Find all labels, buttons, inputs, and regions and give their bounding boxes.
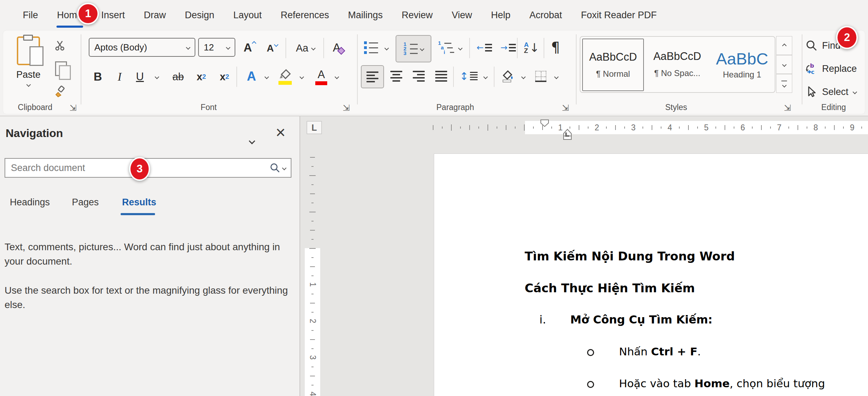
chevron-down-icon — [483, 75, 488, 79]
ruler-tick — [310, 193, 315, 194]
tab-design[interactable]: Design — [175, 0, 224, 30]
paragraph-dialog-launcher[interactable]: ⇲ — [562, 103, 569, 113]
tab-layout[interactable]: Layout — [224, 0, 271, 30]
ruler-tick — [752, 127, 753, 129]
navigation-close-button[interactable]: × — [276, 124, 285, 141]
clipboard-group-label: Clipboard — [11, 103, 60, 112]
grow-font-button[interactable]: A — [239, 38, 260, 57]
nav-tab-results[interactable]: Results — [122, 197, 156, 208]
style-no-spacing[interactable]: AaBbCcD ¶ No Spac... — [646, 39, 708, 90]
text-effects-button[interactable]: A — [241, 67, 262, 86]
chevron-down-icon — [420, 47, 424, 51]
tab-review[interactable]: Review — [392, 0, 442, 30]
ruler-tick — [309, 248, 316, 249]
font-color-dropdown[interactable] — [332, 71, 342, 82]
tab-selector[interactable]: L — [307, 121, 322, 134]
pilcrow-icon: ¶ — [551, 39, 560, 55]
clear-formatting-button[interactable]: A — [328, 38, 349, 57]
ruler-tick — [725, 125, 725, 130]
tab-file[interactable]: File — [13, 0, 48, 30]
text-effects-dropdown[interactable] — [262, 71, 271, 82]
tab-references[interactable]: References — [271, 0, 338, 30]
increase-indent-button[interactable]: → — [497, 39, 519, 57]
text-effects-glyph: A — [247, 69, 256, 84]
italic-button[interactable]: I — [112, 67, 128, 86]
select-button[interactable]: Select — [805, 83, 868, 100]
search-options-chevron-icon[interactable] — [282, 166, 287, 170]
hanging-indent-marker[interactable] — [563, 128, 572, 142]
numbering-button-active[interactable]: 1 2 3 — [396, 35, 431, 62]
bold-button[interactable]: B — [90, 67, 106, 86]
navigation-results-text: Text, comments, pictures... Word can fin… — [5, 240, 291, 327]
strikethrough-button[interactable]: ab — [168, 67, 189, 86]
nav-tab-pages[interactable]: Pages — [72, 197, 99, 208]
superscript-mark: 2 — [226, 73, 229, 81]
bullets-dropdown[interactable] — [382, 43, 391, 53]
ruler-tick — [442, 127, 443, 129]
borders-dropdown[interactable] — [551, 71, 561, 82]
ruler-number: 6 — [741, 123, 745, 132]
doc-bullet-1: Nhấn Ctrl + F. — [619, 345, 701, 358]
ruler-tick — [487, 124, 488, 131]
style-heading1[interactable]: AaBbC Heading 1 — [711, 39, 773, 90]
multilevel-dropdown[interactable] — [455, 43, 465, 53]
tab-view[interactable]: View — [442, 0, 482, 30]
styles-dialog-launcher[interactable]: ⇲ — [784, 103, 791, 113]
font-dialog-launcher[interactable]: ⇲ — [343, 103, 350, 113]
format-painter-button[interactable] — [52, 83, 69, 100]
replace-button[interactable]: b c Replace — [805, 60, 868, 77]
highlight-dropdown[interactable] — [297, 71, 307, 82]
underline-button[interactable]: U — [132, 67, 148, 86]
search-icon[interactable] — [269, 162, 281, 173]
ruler-tick — [770, 127, 771, 129]
clipboard-dialog-launcher[interactable]: ⇲ — [69, 103, 76, 113]
show-formatting-button[interactable]: ¶ — [546, 37, 565, 57]
align-center-button[interactable] — [386, 67, 406, 86]
tab-foxit-reader-pdf[interactable]: Foxit Reader PDF — [572, 0, 666, 30]
nav-tab-headings[interactable]: Headings — [10, 197, 50, 208]
styles-more-button[interactable] — [776, 74, 792, 93]
underline-dropdown[interactable] — [152, 71, 162, 82]
tab-mailings[interactable]: Mailings — [338, 0, 392, 30]
borders-button[interactable] — [532, 67, 550, 86]
sort-button[interactable]: A Z ↓ — [521, 38, 542, 57]
align-left-button-active[interactable] — [361, 65, 384, 88]
change-case-button[interactable]: Aa — [290, 39, 321, 57]
decrease-indent-button[interactable]: ← — [473, 39, 495, 57]
justify-button[interactable] — [431, 67, 451, 86]
line-spacing-button[interactable]: ↕ — [457, 67, 480, 86]
copy-button[interactable] — [53, 60, 69, 78]
styles-scroll-up-button[interactable] — [776, 36, 792, 55]
shading-button[interactable] — [498, 66, 518, 86]
updown-arrow-icon: ↕ — [459, 70, 468, 82]
tab-draw[interactable]: Draw — [134, 0, 175, 30]
line-spacing-dropdown[interactable] — [480, 71, 490, 82]
sort-icon: A Z — [524, 42, 529, 54]
document-page[interactable]: Tìm Kiếm Nội Dung Trong Word Cách Thực H… — [434, 153, 868, 396]
subscript-button[interactable]: x2 — [192, 67, 210, 86]
font-name-combo[interactable]: Aptos (Body) — [89, 38, 195, 57]
tab-help[interactable]: Help — [482, 0, 520, 30]
cut-button[interactable] — [52, 38, 69, 53]
shading-dropdown[interactable] — [518, 71, 528, 82]
navigation-collapse-button[interactable] — [243, 134, 260, 148]
tab-acrobat[interactable]: Acrobat — [520, 0, 571, 30]
chevron-down-icon — [782, 83, 787, 88]
annotation-badge-1: 1 — [77, 3, 99, 25]
font-size-combo[interactable]: 12 — [198, 38, 235, 57]
superscript-button[interactable]: x2 — [215, 67, 234, 86]
style-normal[interactable]: AaBbCcD ¶ Normal — [582, 39, 644, 91]
styles-scroll-down-button[interactable] — [776, 55, 792, 74]
highlight-button[interactable] — [276, 67, 295, 86]
ruler-tick — [715, 127, 716, 129]
bullets-button[interactable] — [362, 39, 380, 57]
align-right-button[interactable] — [409, 67, 429, 86]
shrink-font-button[interactable]: A — [262, 39, 282, 57]
first-line-indent-marker[interactable] — [540, 120, 549, 127]
font-color-button[interactable]: A — [313, 67, 330, 86]
ruler-number: 1 — [558, 123, 563, 132]
document-area: L 123456789 1234 Tìm Kiếm Nội Dung Trong… — [300, 116, 868, 396]
group-separator — [81, 34, 81, 104]
multilevel-list-button[interactable]: 1 a i — [436, 39, 456, 57]
paste-button[interactable]: Paste — [10, 35, 47, 104]
